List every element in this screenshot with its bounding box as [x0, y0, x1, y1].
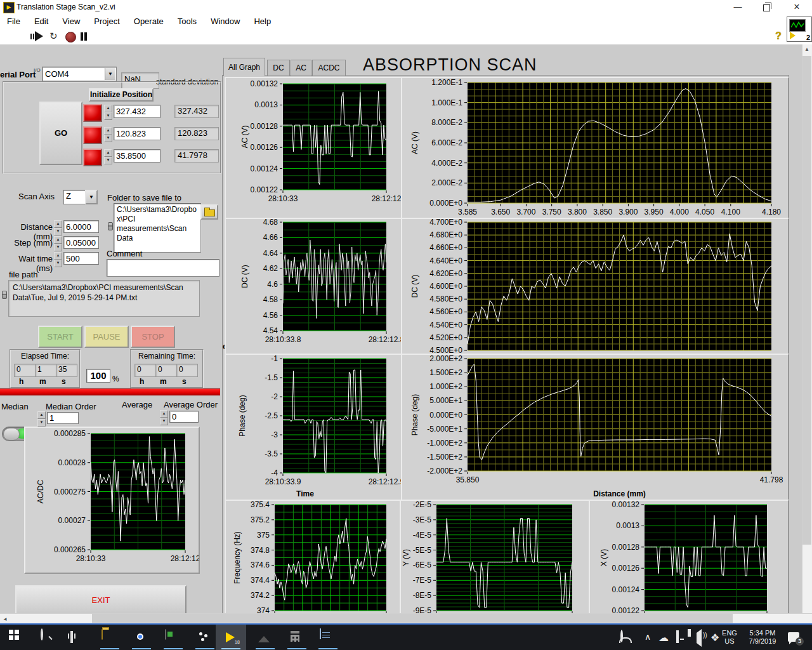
comment-input[interactable]	[107, 259, 219, 277]
svg-text:AC (V): AC (V)	[240, 125, 249, 148]
median-order-input[interactable]	[47, 412, 79, 424]
spinner-up-icon[interactable]: ▲	[104, 149, 112, 157]
stop-scan-button[interactable]: STOP	[131, 326, 175, 348]
axis1-position-input[interactable]	[114, 105, 160, 118]
onedrive-cloud-icon[interactable]: ☁	[658, 632, 669, 644]
svg-text:28:10:33.9: 28:10:33.9	[265, 477, 301, 486]
distance-input[interactable]	[63, 220, 99, 233]
step-input[interactable]	[63, 236, 99, 249]
start-button[interactable]: START	[38, 326, 82, 348]
spinner-down-icon[interactable]: ▼	[104, 157, 112, 164]
spinner-down-icon[interactable]: ▼	[54, 244, 62, 251]
axis2-led[interactable]	[83, 126, 102, 144]
menu-project[interactable]: Project	[87, 17, 126, 26]
menu-help[interactable]: Help	[247, 17, 278, 26]
scroll-up-icon[interactable]: ▲	[804, 46, 809, 52]
tab-ac[interactable]: AC	[291, 60, 311, 76]
taskbar-chrome[interactable]	[133, 630, 150, 646]
go-button[interactable]: GO	[39, 102, 82, 165]
menu-view[interactable]: View	[55, 17, 87, 26]
average-order-spinner[interactable]: ▲▼	[160, 410, 168, 425]
dropdown-arrow-icon[interactable]: ▼	[105, 68, 115, 80]
people-icon[interactable]	[620, 630, 623, 640]
horizontal-scroll-thumb[interactable]	[92, 614, 733, 623]
spinner-down-icon[interactable]: ▼	[160, 418, 168, 425]
initialize-position-button[interactable]: Initialize Position	[89, 88, 154, 102]
axis3-led[interactable]	[83, 149, 102, 166]
scan-axis-dropdown[interactable]: ▼	[85, 190, 98, 204]
vertical-scroll-thumb[interactable]	[802, 56, 811, 545]
average-order-input[interactable]	[169, 411, 199, 423]
spinner-up-icon[interactable]: ▲	[54, 252, 62, 260]
clock[interactable]: 5:34 PM 7/9/2019	[742, 629, 783, 646]
exit-button[interactable]: EXIT	[15, 585, 187, 616]
pause-button[interactable]	[81, 32, 83, 41]
taskbar-file-explorer[interactable]	[102, 630, 118, 646]
toggle-knob[interactable]	[3, 428, 20, 441]
tab-dc[interactable]: DC	[267, 60, 290, 76]
wait-input[interactable]	[63, 252, 99, 265]
taskbar-notepad[interactable]	[320, 629, 336, 646]
spinner-down-icon[interactable]: ▼	[104, 112, 112, 120]
minimize-button[interactable]: —	[726, 0, 750, 14]
taskbar-molecule-app[interactable]	[197, 630, 213, 646]
svg-text:4.56: 4.56	[263, 311, 278, 320]
close-button[interactable]: ×	[785, 0, 809, 14]
taskbar-photos[interactable]	[257, 630, 273, 646]
svg-text:AC (V): AC (V)	[410, 131, 419, 154]
network-icon[interactable]	[676, 629, 679, 639]
median-label: Median	[1, 402, 29, 411]
spinner-up-icon[interactable]: ▲	[54, 220, 62, 228]
spinner-up-icon[interactable]: ▲	[37, 411, 46, 419]
menu-operate[interactable]: Operate	[127, 17, 171, 26]
menu-tools[interactable]: Tools	[171, 17, 204, 26]
axis3-position-input[interactable]	[114, 149, 160, 162]
task-view-button[interactable]	[70, 632, 87, 649]
tab-all-graph[interactable]: All Graph	[223, 58, 265, 76]
median-order-spinner[interactable]: ▲▼	[37, 411, 46, 427]
spinner-down-icon[interactable]: ▼	[54, 228, 62, 235]
spinner-up-icon[interactable]: ▲	[104, 127, 112, 135]
axis1-spinner[interactable]: ▲▼	[104, 105, 112, 120]
run-continuous-button[interactable]: ↻	[49, 30, 58, 42]
spinner-up-icon[interactable]: ▲	[160, 410, 168, 418]
volume-icon[interactable]: ))	[697, 630, 706, 640]
ac-voltage-distance-graph: 1.200E-11.000E-18.000E-26.000E-24.000E-2…	[402, 78, 788, 218]
taskbar-search-button[interactable]	[41, 630, 57, 646]
language-indicator[interactable]: ENG US	[721, 629, 738, 646]
restore-button[interactable]	[754, 0, 778, 14]
svg-text:375.2: 375.2	[251, 515, 270, 524]
context-help-icon[interactable]: ?	[775, 30, 782, 42]
pause-scan-button[interactable]: PAUSE	[84, 326, 129, 348]
step-spinner[interactable]: ▲▼	[54, 236, 62, 251]
notification-center[interactable]: 3	[788, 630, 799, 641]
wait-spinner[interactable]: ▲▼	[54, 252, 62, 267]
spinner-down-icon[interactable]: ▼	[37, 419, 46, 427]
serial-port-combo[interactable]: COM4 ▼	[42, 67, 117, 81]
taskbar-calculator[interactable]	[289, 629, 305, 646]
menu-window[interactable]: Window	[204, 17, 247, 26]
folder-path-box[interactable]: C:\Users\tama3\Dropbox\PCI measurements\…	[114, 203, 201, 253]
start-button-windows[interactable]	[9, 630, 25, 646]
axis1-led[interactable]	[83, 104, 102, 122]
spinner-down-icon[interactable]: ▼	[104, 135, 112, 142]
axis3-spinner[interactable]: ▲▼	[104, 149, 112, 164]
run-button[interactable]	[35, 31, 43, 41]
dropbox-icon[interactable]: ❖	[710, 632, 719, 644]
abort-button[interactable]	[65, 32, 76, 43]
axis2-spinner[interactable]: ▲▼	[104, 127, 112, 142]
menu-file[interactable]: File	[0, 17, 27, 26]
svg-text:4.64: 4.64	[263, 249, 278, 258]
svg-text:375.4: 375.4	[251, 501, 270, 509]
tab-acdc[interactable]: ACDC	[312, 60, 346, 76]
spinner-up-icon[interactable]: ▲	[54, 236, 62, 244]
tray-expand-chevron[interactable]: ∧	[645, 632, 651, 642]
scroll-left-icon[interactable]: ◄	[3, 616, 8, 622]
axis2-position-input[interactable]	[114, 127, 160, 140]
spinner-down-icon[interactable]: ▼	[54, 260, 62, 267]
taskbar-instrument-app[interactable]	[165, 630, 181, 646]
browse-folder-button[interactable]	[200, 204, 218, 220]
menu-edit[interactable]: Edit	[27, 17, 55, 26]
spinner-up-icon[interactable]: ▲	[104, 105, 112, 112]
distance-spinner[interactable]: ▲▼	[54, 220, 62, 235]
